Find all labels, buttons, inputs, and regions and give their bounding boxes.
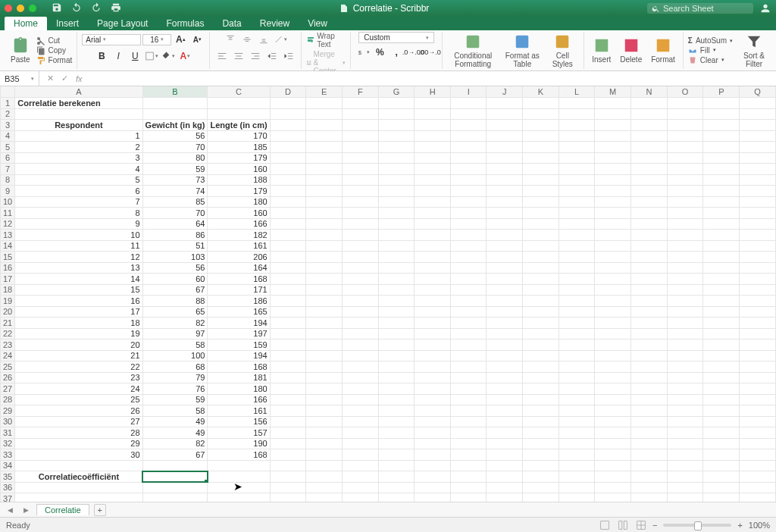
cell[interactable] <box>451 252 487 263</box>
cell[interactable] <box>342 493 378 502</box>
cell[interactable] <box>740 449 776 461</box>
row-header[interactable]: 22 <box>1 328 15 340</box>
format-painter-button[interactable]: Format <box>36 56 73 65</box>
cell[interactable] <box>559 383 595 395</box>
cell[interactable] <box>208 471 270 483</box>
cell[interactable] <box>523 449 559 461</box>
cell[interactable] <box>667 361 703 373</box>
zoom-window-icon[interactable] <box>29 5 36 12</box>
cell[interactable] <box>703 274 740 285</box>
cell[interactable] <box>270 471 306 483</box>
row-header[interactable]: 5 <box>1 142 15 153</box>
cell[interactable] <box>342 296 378 307</box>
cell[interactable] <box>270 306 306 318</box>
cell[interactable] <box>740 164 776 175</box>
fx-icon[interactable]: fx <box>76 74 83 83</box>
cell[interactable] <box>559 262 595 274</box>
cell[interactable] <box>559 196 595 208</box>
col-header-J[interactable]: J <box>487 86 523 98</box>
underline-button[interactable]: U <box>127 49 142 64</box>
cell[interactable] <box>306 372 343 383</box>
cell[interactable] <box>595 252 631 263</box>
cell[interactable] <box>378 230 415 241</box>
cell[interactable] <box>487 174 523 186</box>
cell[interactable] <box>703 427 740 439</box>
cell[interactable] <box>703 230 740 241</box>
decrease-decimal-icon[interactable]: .00→.0 <box>422 45 437 60</box>
cell[interactable] <box>631 296 668 307</box>
cell[interactable] <box>523 340 559 351</box>
add-sheet-button[interactable]: + <box>94 504 106 516</box>
cell[interactable] <box>631 449 668 461</box>
cell[interactable] <box>523 493 559 502</box>
col-header-H[interactable]: H <box>415 86 451 98</box>
cell[interactable] <box>15 460 142 471</box>
cell[interactable] <box>270 493 306 502</box>
cell[interactable] <box>667 196 703 208</box>
cell[interactable]: 165 <box>208 306 270 318</box>
normal-view-icon[interactable] <box>599 520 610 530</box>
cell[interactable] <box>523 174 559 186</box>
row-header[interactable]: 4 <box>1 130 15 142</box>
cell[interactable] <box>378 306 415 318</box>
cell[interactable] <box>487 482 523 493</box>
cell[interactable] <box>667 208 703 219</box>
cell[interactable] <box>595 142 631 153</box>
zoom-out-button[interactable]: − <box>652 521 657 530</box>
cell[interactable]: 3 <box>15 152 142 164</box>
cell[interactable] <box>595 482 631 493</box>
row-header[interactable]: 17 <box>1 274 15 285</box>
cell[interactable] <box>342 361 378 373</box>
cell[interactable]: 168 <box>208 274 270 285</box>
cell[interactable] <box>451 405 487 417</box>
cell[interactable] <box>559 164 595 175</box>
cell[interactable] <box>342 208 378 219</box>
cell[interactable] <box>595 164 631 175</box>
cell[interactable]: 28 <box>15 427 142 439</box>
cell[interactable] <box>415 449 451 461</box>
cell[interactable] <box>451 438 487 449</box>
row-header[interactable]: 21 <box>1 318 15 329</box>
cell[interactable] <box>487 152 523 164</box>
cell[interactable] <box>523 152 559 164</box>
cell[interactable] <box>667 130 703 142</box>
cell[interactable] <box>451 186 487 197</box>
cell[interactable]: 194 <box>208 350 270 361</box>
cell[interactable] <box>342 482 378 493</box>
cell[interactable] <box>740 416 776 427</box>
row-header[interactable]: 34 <box>1 460 15 471</box>
cell[interactable] <box>667 186 703 197</box>
cell[interactable] <box>523 306 559 318</box>
cell[interactable]: 7 <box>15 196 142 208</box>
cell[interactable] <box>487 208 523 219</box>
cell[interactable] <box>703 482 740 493</box>
cell[interactable] <box>306 328 343 340</box>
cell[interactable] <box>595 328 631 340</box>
cell[interactable] <box>559 482 595 493</box>
cell[interactable] <box>142 493 208 502</box>
cell[interactable] <box>523 274 559 285</box>
cell[interactable]: 56 <box>142 262 208 274</box>
cell[interactable] <box>270 405 306 417</box>
cell[interactable] <box>667 98 703 109</box>
cell[interactable] <box>451 361 487 373</box>
cell[interactable] <box>703 318 740 329</box>
cell[interactable] <box>487 196 523 208</box>
cell[interactable] <box>740 274 776 285</box>
cell[interactable] <box>378 471 415 483</box>
cell[interactable] <box>415 328 451 340</box>
cell[interactable] <box>378 296 415 307</box>
row-header[interactable]: 28 <box>1 394 15 405</box>
cell[interactable]: 157 <box>208 427 270 439</box>
cell[interactable] <box>559 240 595 252</box>
cell[interactable]: 159 <box>208 340 270 351</box>
cell[interactable] <box>740 340 776 351</box>
cell[interactable]: 24 <box>15 383 142 395</box>
cell[interactable] <box>703 493 740 502</box>
cell[interactable] <box>667 284 703 296</box>
cell[interactable]: 23 <box>15 372 142 383</box>
cell[interactable] <box>415 383 451 395</box>
cell[interactable] <box>451 318 487 329</box>
cell[interactable] <box>740 130 776 142</box>
row-header[interactable]: 15 <box>1 252 15 263</box>
